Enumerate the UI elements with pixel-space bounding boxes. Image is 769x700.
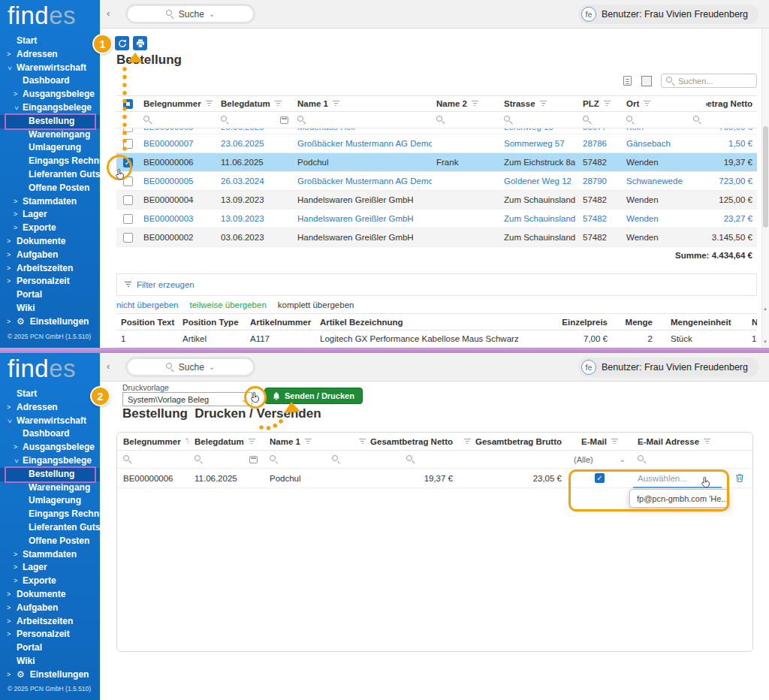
column-header-name1[interactable]: Name 1 <box>264 437 346 446</box>
filter-icon[interactable] <box>305 439 312 445</box>
search-icon[interactable] <box>143 116 152 124</box>
sidebar-item-lieferanten-gutschrift[interactable]: Lieferanten Gutschrift <box>0 168 100 182</box>
table-row[interactable]: BE0000000825.06.2025Modehaus HeilLerchwe… <box>116 128 757 134</box>
column-header-position-text[interactable]: Position Text <box>116 318 178 327</box>
sidebar-item-bestellung[interactable]: Bestellung <box>0 468 100 481</box>
row-checkbox[interactable] <box>123 214 133 224</box>
column-header-name1[interactable]: Name 1 <box>293 99 432 108</box>
filter-icon[interactable] <box>604 101 611 107</box>
column-header-belegdatum[interactable]: Belegdatum <box>188 437 264 446</box>
column-header-email-adresse[interactable]: E-Mail Adresse <box>632 437 725 446</box>
column-chooser-icon[interactable] <box>643 77 652 86</box>
sidebar-item-arbeitszeiten[interactable]: >Arbeitszeiten <box>0 262 100 276</box>
filter-icon[interactable] <box>464 439 471 445</box>
app-logo[interactable]: findes <box>0 0 100 32</box>
collapse-sidebar-button[interactable]: ‹ <box>107 8 110 19</box>
email-checkbox[interactable]: ✓ <box>595 473 605 483</box>
column-header-einzelpreis[interactable]: Einzelpreis <box>541 318 612 327</box>
sidebar-item-exporte[interactable]: >Exporte <box>0 575 100 588</box>
sidebar-item-einstellungen[interactable]: >⚙Einstellungen <box>0 668 100 682</box>
column-header-artikelnummer[interactable]: Artikelnummer <box>246 318 315 327</box>
column-header-menge[interactable]: Menge <box>612 318 657 327</box>
search-icon[interactable] <box>436 116 445 124</box>
search-icon[interactable] <box>332 455 340 463</box>
sidebar-item-aufgaben[interactable]: >Aufgaben <box>0 249 100 262</box>
sidebar-item-wareneingang[interactable]: Wareneingang <box>0 128 100 142</box>
column-header-belegdatum[interactable]: Belegdatum <box>216 99 293 108</box>
calendar-icon[interactable] <box>280 116 288 124</box>
column-header-plz[interactable]: PLZ <box>578 99 622 108</box>
create-filter-link[interactable]: Filter erzeugen <box>137 280 195 289</box>
email-address-select[interactable]: Auswählen... <box>632 474 725 483</box>
sidebar-item-dashboard[interactable]: Dashboard <box>0 427 100 441</box>
row-checkbox[interactable] <box>123 195 133 205</box>
sidebar-item-warenwirtschaft[interactable]: >Warenwirtschaft <box>0 62 100 75</box>
column-header-gesamtbetrag-netto[interactable]: Gesamtbetrag Netto <box>346 437 459 446</box>
sidebar-item-ausgangsbelege[interactable]: >Ausgangsbelege <box>0 88 100 101</box>
sidebar-item-offene-posten[interactable]: Offene Posten <box>0 535 100 548</box>
filter-icon[interactable] <box>704 439 710 445</box>
table-row[interactable]: ✓BE0000000611.06.2025PodchulFrankZum Eic… <box>116 153 757 172</box>
search-icon[interactable] <box>693 116 701 124</box>
sidebar-item-adressen[interactable]: >Adressen <box>0 48 100 62</box>
column-header-ort[interactable]: Ort <box>622 99 706 108</box>
column-header-email[interactable]: E-Mail <box>568 437 632 446</box>
column-header-gesamtbetrag-netto[interactable]: Gesamtbetrag Netto <box>706 99 757 108</box>
column-header-strasse[interactable]: Strasse <box>499 99 578 108</box>
row-checkbox[interactable]: ✓ <box>123 158 133 167</box>
export-icon[interactable] <box>623 76 632 86</box>
sidebar-item-aufgaben[interactable]: >Aufgaben <box>0 602 100 615</box>
sidebar-item-umlagerung[interactable]: Umlagerung <box>0 494 100 508</box>
search-icon[interactable] <box>123 455 131 463</box>
global-search[interactable]: Suche⌄ <box>125 4 255 24</box>
row-checkbox[interactable] <box>123 128 133 132</box>
sidebar-item-start[interactable]: Start <box>0 388 100 401</box>
sidebar-item-portal[interactable]: Portal <box>0 641 100 655</box>
sidebar-item-personalzeit[interactable]: >Personalzeit <box>0 275 100 288</box>
sidebar-item-bestellung[interactable]: Bestellung <box>0 115 100 128</box>
delete-row-button[interactable] <box>725 473 754 483</box>
position-row[interactable]: 1 Artikel A117 Logitech GX Performance K… <box>116 330 757 348</box>
email-filter-select[interactable]: (Alle)⌄ <box>568 455 632 464</box>
table-row[interactable]: BE0000000526.03.2024Großbäcker Musterman… <box>116 172 757 191</box>
chevron-down-icon[interactable]: ⌄ <box>241 397 247 403</box>
select-all-checkbox[interactable] <box>123 99 133 109</box>
sidebar-item-lager[interactable]: >Lager <box>0 561 100 575</box>
filter-icon[interactable] <box>249 439 255 445</box>
email-option-popup[interactable]: fp@pcn-gmbh.com 'He... <box>629 489 729 508</box>
sidebar-item-offene-posten[interactable]: Offene Posten <box>0 182 100 195</box>
row-checkbox[interactable] <box>123 177 133 186</box>
filter-icon[interactable] <box>472 101 478 107</box>
legend-item[interactable]: teilweise übergeben <box>189 300 266 309</box>
search-icon[interactable] <box>297 116 306 124</box>
sidebar-item-stammdaten[interactable]: >Stammdaten <box>0 195 100 209</box>
sidebar-item-lager[interactable]: >Lager <box>0 208 100 222</box>
column-header-gesamtbetrag-brutto[interactable]: Gesamtbetrag Brutto <box>459 437 568 446</box>
sidebar-item-portal[interactable]: Portal <box>0 288 100 302</box>
column-header-netto[interactable]: Netto <box>747 318 757 327</box>
grid-search-input[interactable]: Suchen... <box>661 74 757 88</box>
user-menu[interactable]: fe Benutzer: Frau Vivien Freudenberg <box>578 358 758 377</box>
sidebar-item-wareneingang[interactable]: Wareneingang <box>0 481 100 495</box>
search-icon[interactable] <box>504 116 512 124</box>
row-checkbox[interactable] <box>123 139 133 149</box>
legend-item[interactable]: komplett übergeben <box>278 300 354 309</box>
sidebar-item-wiki[interactable]: Wiki <box>0 302 100 315</box>
row-checkbox[interactable] <box>123 233 133 243</box>
legend-item[interactable]: nicht übergeben <box>116 300 178 309</box>
column-header-belegnummer[interactable]: Belegnummer <box>139 99 216 108</box>
scroll-up-icon[interactable]: ▲ <box>763 306 767 311</box>
sidebar-item-arbeitszeiten[interactable]: >Arbeitszeiten <box>0 615 100 629</box>
calendar-icon[interactable] <box>249 456 258 463</box>
global-search[interactable]: Suche⌄ <box>125 357 255 377</box>
filter-icon[interactable] <box>644 101 650 107</box>
sidebar-item-eingangsbelege[interactable]: >Eingangsbelege <box>0 101 100 115</box>
sidebar-item-adressen[interactable]: >Adressen <box>0 401 100 415</box>
table-row[interactable]: BE0000000413.09.2023Handelswaren Greißle… <box>116 191 757 210</box>
filter-icon[interactable] <box>611 439 618 445</box>
send-print-button[interactable]: Senden / Drucken <box>264 388 363 404</box>
sidebar-item-eingangs-rechnung[interactable]: Eingangs Rechnung <box>0 508 100 521</box>
chevron-down-icon[interactable]: ⌄ <box>209 11 215 17</box>
chevron-down-icon[interactable]: ⌄ <box>209 364 215 370</box>
column-header-name2[interactable]: Name 2 <box>432 99 499 108</box>
